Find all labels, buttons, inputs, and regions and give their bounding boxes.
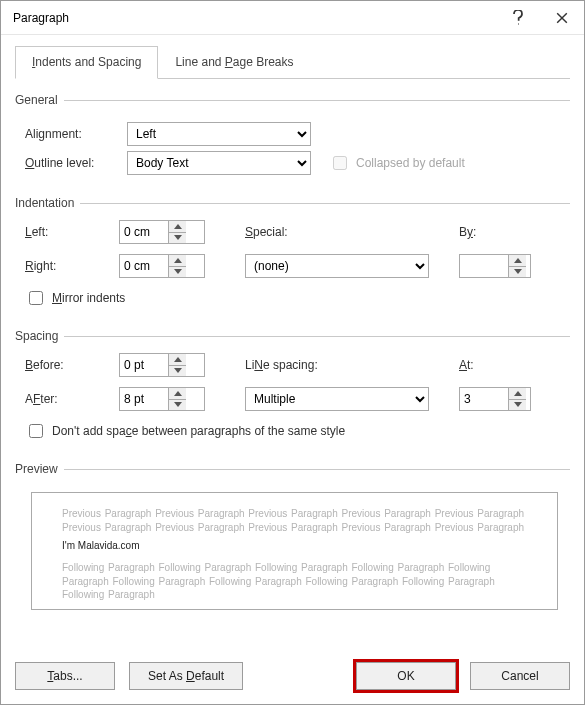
left-indent-spinner[interactable]: [119, 220, 205, 244]
set-as-default-button[interactable]: Set As Default: [129, 662, 243, 690]
spacing-group: Spacing Before: LiNe spacing: At: AFter:…: [15, 329, 570, 446]
general-group: General Alignment: Left Outline level: B…: [15, 93, 570, 180]
left-indent-label: Left:: [25, 225, 119, 239]
after-label: AFter:: [25, 392, 119, 406]
at-label: At:: [459, 358, 553, 372]
dialog-footer: Tabs... Set As Default OK Cancel: [1, 652, 584, 704]
indentation-legend: Indentation: [15, 196, 80, 210]
general-legend: General: [15, 93, 64, 107]
mirror-indents-input[interactable]: [29, 291, 43, 305]
ok-button[interactable]: OK: [356, 662, 456, 690]
preview-box: Previous Paragraph Previous Paragraph Pr…: [31, 492, 558, 610]
dialog-title: Paragraph: [13, 11, 496, 25]
tab-line-page-breaks[interactable]: Line and Page Breaks: [158, 46, 310, 79]
mirror-indents-checkbox[interactable]: Mirror indents: [25, 288, 125, 308]
after-input[interactable]: [120, 388, 168, 410]
close-icon: [556, 12, 568, 24]
before-label: Before:: [25, 358, 119, 372]
spin-up-icon[interactable]: [169, 221, 186, 233]
spin-down-icon[interactable]: [169, 233, 186, 244]
line-spacing-label: LiNe spacing:: [245, 358, 339, 372]
left-indent-input[interactable]: [120, 221, 168, 243]
help-icon: [512, 10, 524, 26]
by-spinner[interactable]: [459, 254, 531, 278]
tabs-button[interactable]: Tabs...: [15, 662, 115, 690]
preview-following-text: Following Paragraph Following Paragraph …: [62, 561, 527, 602]
line-spacing-combo[interactable]: Multiple: [245, 387, 429, 411]
after-spinner[interactable]: [119, 387, 205, 411]
at-input[interactable]: [460, 388, 508, 410]
tab-strip: Indents and Spacing Line and Page Breaks: [15, 45, 570, 79]
special-combo[interactable]: (none): [245, 254, 429, 278]
spacing-legend: Spacing: [15, 329, 64, 343]
preview-group: Preview Previous Paragraph Previous Para…: [15, 462, 570, 630]
right-indent-input[interactable]: [120, 255, 168, 277]
by-input[interactable]: [460, 255, 508, 277]
right-indent-spinner[interactable]: [119, 254, 205, 278]
close-button[interactable]: [540, 1, 584, 35]
paragraph-dialog: Paragraph Indents and Spacing Line and P…: [0, 0, 585, 705]
collapsed-checkbox: Collapsed by default: [329, 153, 465, 173]
preview-sample-text: I'm Malavida.com: [62, 540, 527, 551]
before-input[interactable]: [120, 354, 168, 376]
title-bar: Paragraph: [1, 1, 584, 35]
indentation-group: Indentation Left: Special: By: Right: (n…: [15, 196, 570, 313]
alignment-combo[interactable]: Left: [127, 122, 311, 146]
cancel-button[interactable]: Cancel: [470, 662, 570, 690]
by-label: By:: [459, 225, 553, 239]
special-label: Special:: [245, 225, 339, 239]
before-spinner[interactable]: [119, 353, 205, 377]
dont-add-space-input[interactable]: [29, 424, 43, 438]
alignment-label: Alignment:: [25, 127, 119, 141]
dont-add-space-checkbox[interactable]: Don't add space between paragraphs of th…: [25, 421, 345, 441]
outline-level-label: Outline level:: [25, 156, 119, 170]
help-button[interactable]: [496, 1, 540, 35]
tab-indents-spacing[interactable]: Indents and Spacing: [15, 46, 158, 79]
outline-level-combo[interactable]: Body Text: [127, 151, 311, 175]
right-indent-label: Right:: [25, 259, 119, 273]
preview-previous-text: Previous Paragraph Previous Paragraph Pr…: [62, 507, 527, 534]
at-spinner[interactable]: [459, 387, 531, 411]
collapsed-checkbox-input: [333, 156, 347, 170]
preview-legend: Preview: [15, 462, 64, 476]
